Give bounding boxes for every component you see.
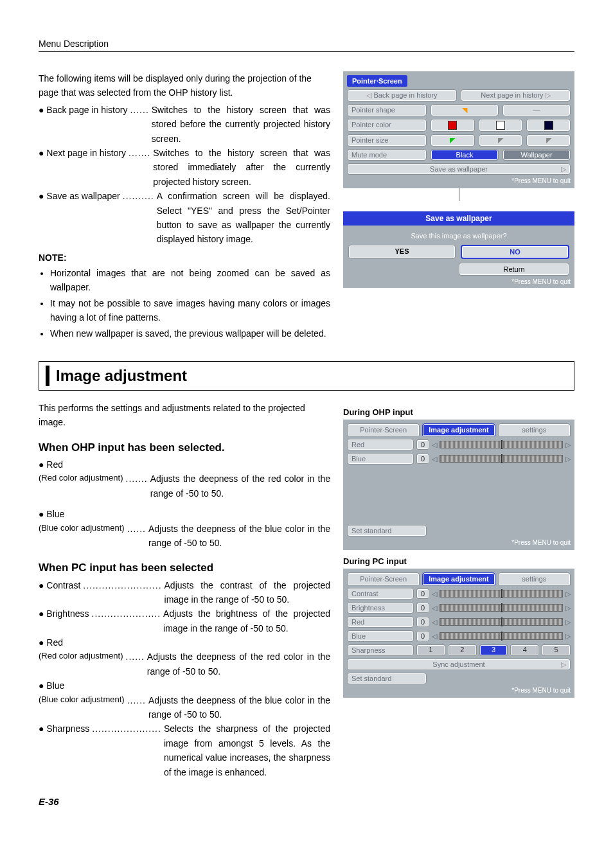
fig-footer: *Press MENU to quit	[347, 539, 571, 546]
term: Next page in history	[39, 146, 126, 160]
sharpness-row[interactable]: Sharpness 1 2 3 4 5	[347, 644, 571, 656]
tab-image-adjust[interactable]: Image adjustment	[422, 572, 495, 585]
left-column-2: This performs the settings and adjustmen…	[39, 401, 330, 779]
slider-label: Red	[347, 439, 414, 450]
item-name: Blue	[39, 507, 330, 521]
tab-settings[interactable]: settings	[498, 423, 571, 436]
item-desc: Adjusts the deepness of the red color in…	[150, 472, 330, 500]
mute-mode-label: Mute mode	[347, 149, 427, 161]
slider-label: Brightness	[347, 602, 414, 614]
mute-wallpaper-button[interactable]: Wallpaper	[502, 149, 571, 161]
tab-image-adjust[interactable]: Image adjustment	[422, 423, 495, 436]
chevron-left-icon: ◁	[432, 604, 437, 612]
chevron-right-icon: ▷	[565, 604, 571, 612]
sharpness-opt[interactable]: 5	[542, 644, 571, 656]
ohp-item-blue: Blue (Blue color adjustment) ...... Adju…	[39, 507, 330, 550]
tab-pointer[interactable]: Pointer·Screen	[347, 572, 420, 585]
pointer-shape-label: Pointer shape	[347, 104, 427, 116]
no-button[interactable]: NO	[461, 245, 569, 259]
mute-black-button[interactable]: Black	[431, 149, 499, 161]
sharpness-opt[interactable]: 2	[448, 644, 477, 656]
note-item: When new wallpaper is saved, the previou…	[50, 326, 330, 341]
def-back-page: Back page in history ...... Switches to …	[39, 103, 330, 146]
sharpness-opt[interactable]: 1	[416, 644, 445, 656]
sharpness-opt[interactable]: 4	[510, 644, 539, 656]
save-wallpaper-dialog: Save as wallpaper Save this image as wal…	[343, 211, 574, 288]
slider-value: 0	[416, 439, 429, 450]
pointer-shape-opt[interactable]: ◥	[431, 104, 499, 116]
slider-value: 0	[416, 631, 429, 641]
note-item: It may not be possible to save images ha…	[50, 296, 330, 325]
dialog-title: Save as wallpaper	[343, 211, 574, 226]
term: Back page in history	[39, 103, 127, 117]
fig-title: Pointer·Screen	[347, 75, 407, 87]
pointer-color-opt[interactable]	[526, 119, 571, 132]
chevron-right-icon: ▷	[565, 590, 571, 598]
pointer-color-label: Pointer color	[347, 119, 427, 132]
slider-value: 0	[416, 603, 429, 613]
item-desc: Selects the sharpness of the projected i…	[164, 722, 330, 779]
item-sub: (Blue color adjustment)	[39, 522, 125, 535]
dots: ......	[125, 522, 148, 536]
pc-item-brightness: Brightness ...................... Adjust…	[39, 607, 330, 635]
slider-red[interactable]: Red 0 ◁ ▷	[347, 616, 571, 628]
slider-red[interactable]: Red 0 ◁ ▷	[347, 439, 571, 450]
sharpness-opt-selected[interactable]: 3	[479, 644, 508, 656]
item-name: Blue	[39, 678, 330, 693]
dialog-question: Save this image as wallpaper?	[343, 226, 574, 245]
ohp-item-red: Red (Red color adjustment) ....... Adjus…	[39, 457, 330, 500]
chevron-right-icon: ▷	[565, 455, 571, 463]
slider-track[interactable]	[440, 441, 563, 448]
chevron-right-icon: ▷	[561, 660, 566, 669]
save-wallpaper-button[interactable]: Save as wallpaper ▷	[347, 163, 571, 175]
fig3-heading: During PC input	[343, 556, 574, 566]
slider-value: 0	[416, 589, 429, 599]
pointer-size-opt[interactable]: ◤	[431, 134, 475, 146]
next-page-button[interactable]: Next page in history	[461, 89, 571, 102]
slider-blue[interactable]: Blue 0 ◁ ▷	[347, 630, 571, 642]
sync-adjust-button[interactable]: Sync adjustment ▷	[347, 659, 571, 670]
slider-brightness[interactable]: Brightness 0 ◁ ▷	[347, 602, 571, 614]
pointer-color-opt[interactable]	[479, 119, 523, 132]
section-intro: This performs the settings and adjustmen…	[39, 401, 330, 430]
pointer-size-opt[interactable]: ◤	[479, 134, 523, 146]
set-standard-button[interactable]: Set standard	[347, 525, 427, 536]
pc-item-sharpness: Sharpness ...................... Selects…	[39, 722, 330, 779]
tab-settings[interactable]: settings	[498, 572, 571, 585]
figure-ohp-adjust: Pointer·Screen Image adjustment settings…	[343, 420, 574, 550]
slider-track[interactable]	[440, 455, 563, 463]
slider-track[interactable]	[440, 632, 563, 640]
chevron-right-icon: ▷	[565, 441, 571, 449]
slider-track[interactable]	[440, 618, 563, 626]
fig2-heading: During OHP input	[343, 407, 574, 417]
return-button[interactable]: Return	[459, 263, 569, 276]
dots: .........................	[80, 578, 164, 592]
slider-label: Blue	[347, 630, 414, 642]
slider-value: 0	[416, 617, 429, 627]
slider-blue[interactable]: Blue 0 ◁ ▷	[347, 453, 571, 465]
set-standard-button[interactable]: Set standard	[347, 673, 427, 684]
pointer-shape-opt[interactable]: —	[502, 104, 571, 116]
item-desc: Adjusts the deepness of the red color in…	[147, 650, 330, 678]
item-sub: (Blue color adjustment)	[39, 693, 125, 707]
pointer-size-opt[interactable]: ◤	[526, 134, 571, 146]
figure-pointer-screen: Pointer·Screen Back page in history Next…	[343, 71, 574, 188]
slider-track[interactable]	[440, 604, 563, 612]
slider-track[interactable]	[440, 590, 563, 598]
def-next-page: Next page in history ....... Switches to…	[39, 146, 330, 189]
section-heading-box: Image adjustment	[39, 361, 574, 391]
dots: ......................	[89, 722, 164, 736]
tab-pointer[interactable]: Pointer·Screen	[347, 423, 420, 436]
item-name: Sharpness	[39, 722, 89, 736]
yes-button[interactable]: YES	[348, 245, 456, 259]
slider-label: Blue	[347, 453, 414, 465]
dots: ......................	[89, 607, 164, 621]
chevron-left-icon: ◁	[432, 455, 437, 463]
pointer-color-opt[interactable]	[431, 119, 475, 132]
slider-contrast[interactable]: Contrast 0 ◁ ▷	[347, 588, 571, 599]
section-heading: Image adjustment	[46, 366, 567, 386]
chevron-left-icon: ◁	[432, 441, 437, 449]
sharpness-label: Sharpness	[347, 644, 414, 656]
figure-pc-adjust: Pointer·Screen Image adjustment settings…	[343, 569, 574, 698]
back-page-button[interactable]: Back page in history	[347, 89, 457, 102]
